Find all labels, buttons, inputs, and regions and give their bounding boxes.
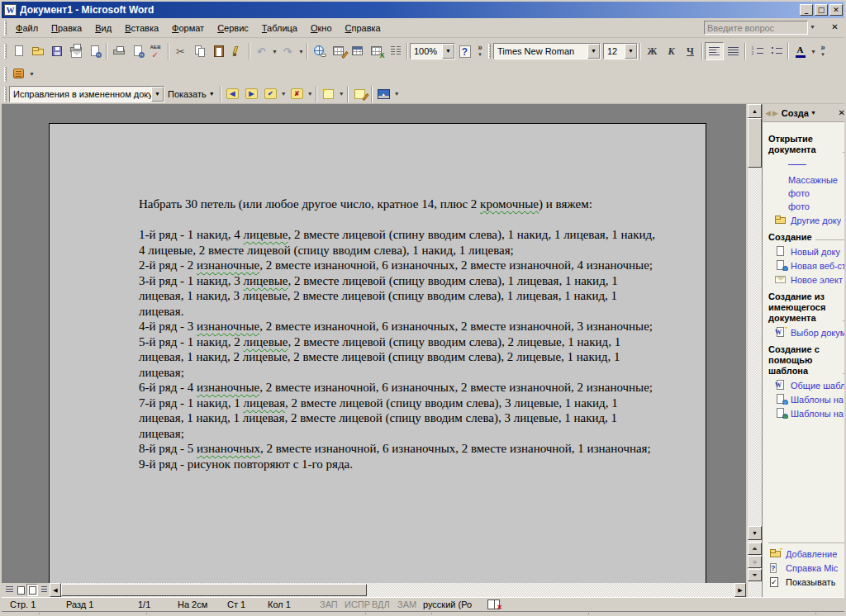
horizontal-scrollbar[interactable]: ◀ ▶ <box>2 583 746 597</box>
save-button[interactable] <box>47 42 66 60</box>
show-menu-button[interactable]: Показать ▼ <box>164 86 218 102</box>
toolbar-options-chevron[interactable]: »▼ <box>474 41 486 61</box>
status-record-mode[interactable]: ЗАП <box>320 599 338 609</box>
reject-change-button[interactable]: ✘ <box>288 85 307 103</box>
outline-view-button[interactable] <box>38 584 50 596</box>
task-pane-close-icon[interactable]: ✕ <box>839 108 845 117</box>
card-file-dropdown-icon[interactable]: ▼ <box>28 65 36 83</box>
previous-change-button[interactable]: ◀ <box>223 85 242 103</box>
font-size-select[interactable]: 12 ▼ <box>603 43 638 59</box>
previous-page-button[interactable]: ⏶ <box>748 543 762 555</box>
maximize-button[interactable]: □ <box>815 4 828 16</box>
format-painter-button[interactable] <box>228 42 247 60</box>
vertical-scroll-thumb[interactable] <box>748 118 762 168</box>
task-pane-forward-icon[interactable]: ▶ <box>772 109 778 117</box>
menu-tools[interactable]: Сервис <box>211 20 255 36</box>
checkbox-checked-icon[interactable]: ✓ <box>770 576 782 587</box>
new-email-message-link[interactable]: Новое элект <box>775 274 846 285</box>
accept-change-button[interactable]: ✔ <box>261 85 280 103</box>
question-dropdown-icon[interactable]: ▼ <box>808 21 817 35</box>
add-network-place-link[interactable]: ✦ Добавление <box>770 548 846 559</box>
new-blank-document-link[interactable]: Новый доку <box>775 246 846 257</box>
templates-on-microsoft-link[interactable]: Шаблоны на <box>775 408 846 419</box>
align-left-button[interactable] <box>705 42 724 60</box>
new-comment-button[interactable]: ✦ <box>319 85 338 103</box>
redo-dropdown-icon[interactable]: ▼ <box>297 42 305 60</box>
menu-file[interactable]: Файл <box>9 20 45 36</box>
toolbar-drag-handle[interactable] <box>4 21 7 36</box>
menu-view[interactable]: Вид <box>88 20 118 36</box>
new-comment-dropdown-icon[interactable]: ▼ <box>338 85 345 103</box>
zoom-dropdown-icon[interactable]: ▼ <box>442 44 454 59</box>
scroll-up-button[interactable]: ▲ <box>748 104 762 118</box>
insert-hyperlink-button[interactable] <box>310 42 329 60</box>
align-justify-button[interactable] <box>724 42 743 60</box>
general-templates-link[interactable]: W Общие шабл <box>775 380 846 391</box>
next-page-button[interactable]: ⏷ <box>748 569 762 581</box>
show-at-startup-checkbox[interactable]: ✓ Показывать <box>770 576 846 587</box>
toolbar-drag-handle[interactable] <box>488 44 491 59</box>
menu-window[interactable]: Окно <box>304 20 339 36</box>
help-button[interactable]: ? <box>455 42 474 60</box>
toolbar-drag-handle[interactable] <box>4 44 7 59</box>
undo-button[interactable]: ↶ <box>252 42 271 60</box>
spelling-status-icon[interactable] <box>487 599 500 609</box>
scroll-right-button[interactable]: ▶ <box>734 583 746 597</box>
font-name-select[interactable]: Times New Roman ▼ <box>493 43 601 59</box>
copy-button[interactable] <box>190 42 209 60</box>
menu-help[interactable]: Справка <box>339 20 387 36</box>
font-size-dropdown-icon[interactable]: ▼ <box>625 44 637 59</box>
card-file-button[interactable] <box>9 65 28 83</box>
scroll-left-button[interactable]: ◀ <box>50 583 61 597</box>
insert-table-button[interactable] <box>348 42 367 60</box>
bullet-list-button[interactable] <box>767 42 786 60</box>
accept-change-dropdown-icon[interactable]: ▼ <box>280 85 288 103</box>
horizontal-scroll-thumb[interactable] <box>61 584 367 596</box>
normal-view-button[interactable] <box>3 584 15 596</box>
more-documents-link[interactable]: Другие доку <box>775 215 846 225</box>
zoom-select[interactable]: 100% ▼ <box>410 43 455 59</box>
document-close-button[interactable]: ✕ <box>829 21 841 34</box>
next-change-button[interactable]: ▶ <box>242 85 261 103</box>
menu-edit[interactable]: Правка <box>45 20 88 36</box>
mail-recipient-button[interactable] <box>66 42 85 60</box>
document-page[interactable]: Набрать 30 петель (или любое другое числ… <box>49 123 706 583</box>
spelling-button[interactable]: АБВ✓ <box>147 42 166 60</box>
status-track-changes-mode[interactable]: ИСПР <box>345 599 370 609</box>
document-text[interactable]: Набрать 30 петель (или любое другое числ… <box>50 124 706 471</box>
reviewing-options-dropdown-icon[interactable]: ▼ <box>393 85 401 103</box>
open-button[interactable] <box>28 42 47 60</box>
font-color-button[interactable]: А <box>791 42 810 60</box>
choose-document-link[interactable]: W✦ Выбор докум <box>775 327 846 338</box>
task-pane-back-icon[interactable]: ◀ <box>765 109 771 117</box>
new-web-page-link[interactable]: Новая веб-ст <box>775 260 846 271</box>
toolbar-drag-handle[interactable] <box>4 67 7 82</box>
tables-and-borders-button[interactable] <box>329 42 348 60</box>
numbered-list-button[interactable]: 12 <box>748 42 767 60</box>
print-layout-view-button[interactable] <box>26 584 38 596</box>
reviewing-pane-button[interactable] <box>374 85 393 103</box>
font-name-dropdown-icon[interactable]: ▼ <box>587 44 600 59</box>
templates-on-web-link[interactable]: Шаблоны на <box>775 394 846 405</box>
recent-document-link[interactable]: фото <box>788 201 846 211</box>
status-extend-mode[interactable]: ВДЛ <box>372 599 390 609</box>
word-help-link[interactable]: ? Справка Mic <box>770 562 846 573</box>
display-for-review-dropdown-icon[interactable]: ▼ <box>151 87 164 102</box>
insert-excel-worksheet-button[interactable]: X <box>367 42 386 60</box>
task-pane-dropdown-icon[interactable]: ▼ <box>810 110 816 116</box>
menu-insert[interactable]: Вставка <box>118 20 165 36</box>
menu-table[interactable]: Таблица <box>255 20 304 36</box>
paste-button[interactable] <box>209 42 228 60</box>
print-preview-button[interactable] <box>128 42 147 60</box>
new-document-button[interactable] <box>9 42 28 60</box>
ask-question-input[interactable] <box>704 21 808 35</box>
close-button[interactable]: ✕ <box>829 4 843 16</box>
select-browse-object-button[interactable]: ○ <box>748 556 762 568</box>
cut-button[interactable]: ✂ <box>171 42 190 60</box>
underline-button[interactable]: Ч <box>681 42 700 60</box>
recent-document-link[interactable]: Массажные <box>788 175 846 185</box>
scroll-down-button[interactable]: ▼ <box>748 526 762 540</box>
display-for-review-select[interactable]: Исправления в измененном докумен ▼ <box>9 86 164 102</box>
vertical-scrollbar[interactable]: ▲ ▼ ⏶ ○ ⏷ <box>748 104 762 597</box>
redo-button[interactable]: ↷ <box>278 42 297 60</box>
